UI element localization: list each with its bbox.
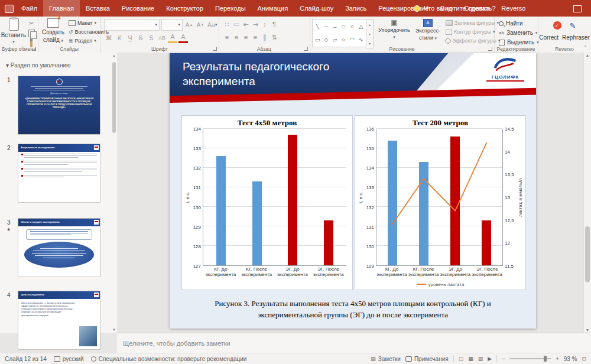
columns-icon[interactable]: ∥ [260,32,269,42]
slide-thumbnail-2[interactable]: Актуальность исследования [18,144,100,203]
replace-button[interactable]: ab Заменить▾ [499,30,539,36]
shape-outline-button[interactable]: Контур фигуры▾ [446,29,501,35]
character-spacing-button[interactable]: АВ [157,33,167,43]
rephraser-label[interactable]: Rephraser [562,34,590,41]
change-case-button[interactable]: Аа▾ [207,20,217,30]
fit-to-window-icon[interactable]: ⊡ [582,356,586,362]
replace-icon: ab [499,30,504,35]
strikethrough-button[interactable]: S [136,33,145,43]
underline-button[interactable]: Ч [125,33,135,43]
align-left-icon[interactable]: ≡ [222,32,232,42]
shrink-font-button[interactable]: А▼ [196,20,205,30]
grow-font-button[interactable]: А▲ [184,20,194,30]
cut-icon[interactable]: ✂ [27,19,36,27]
arrange-button[interactable]: ▣ Упорядочить ▾ [377,19,411,40]
text-shadow-button[interactable]: S [147,33,156,43]
collapse-ribbon-icon[interactable]: ⌃ [583,45,587,50]
panel-scrollbar[interactable]: ▲ ▼ [112,54,116,332]
scroll-up-icon[interactable]: ▲ [112,54,116,57]
align-right-icon[interactable]: ≡ [241,32,251,42]
shapes-gallery-scroll[interactable]: ▴▾▾ [366,19,374,48]
scroll-down-icon[interactable]: ▼ [112,328,116,332]
ribbon-tab-1[interactable]: Главная [43,0,80,17]
app-icon[interactable] [5,5,14,13]
ribbon-tab-5[interactable]: Переходы [209,0,252,17]
group-font: ▾ ▾ А▲ А▼ Аа▾ Ж К Ч S S АВ А А Шрифт [100,17,219,53]
tell-me-search[interactable]: Что вы хотите сделать? [414,0,496,17]
bold-button[interactable]: Ж [104,33,113,43]
zoom-out-icon[interactable]: − [502,356,505,362]
decrease-indent-icon[interactable]: ⇤ [241,20,251,29]
correct-label[interactable]: Correct [539,34,558,41]
editor-scrollbar[interactable]: ▲ ▼ [583,53,591,333]
scrollbar-thumb[interactable] [585,226,590,282]
language-indicator[interactable]: русский [54,356,84,362]
figure-caption[interactable]: Рисунок 3. Результаты выполнения теста 4… [187,298,518,321]
increase-indent-icon[interactable]: ⇥ [251,20,260,29]
slide-thumbnail-4[interactable]: Цель исследования Цель исследования — вы… [18,291,100,350]
secondary-y-tick-label: 13,5 [505,172,514,177]
font-size-combo[interactable]: ▾ [161,19,183,31]
thumbnail-logo-icon [94,292,99,297]
ribbon-tab-2[interactable]: Вставка [80,0,116,17]
zoom-level[interactable]: 93 % [564,356,577,362]
find-button[interactable]: Найти [499,20,539,27]
slide-title[interactable]: Результаты педагогического эксперимента [183,60,378,89]
reverso-correct-icon[interactable]: ✓ [553,21,561,30]
shape-fill-button[interactable]: Заливка фигуры▾ [446,20,501,26]
ribbon-tab-0[interactable]: Файл [15,0,43,17]
chart-test-4x50[interactable]: Тест 4х50 метров t, в с. 127128129130131… [181,115,353,290]
reading-view-icon[interactable]: ▥ [478,356,483,362]
copy-button[interactable] [27,29,36,37]
slide-sorter-view-icon[interactable]: ▦ [468,356,473,362]
font-name-combo[interactable]: ▾ [104,19,160,31]
ribbon-tab-6[interactable]: Анимация [252,0,294,17]
slide-thumbnail-3[interactable]: Объект и предмет исследования [18,218,100,277]
zoom-slider[interactable] [509,358,551,359]
italic-button[interactable]: К [115,33,124,43]
notes-button[interactable]: ▤ Заметки [371,356,401,362]
ribbon-tab-3[interactable]: Рисование [116,0,160,17]
dialog-launcher-icon[interactable] [213,47,217,51]
justify-icon[interactable]: ≡ [251,32,260,42]
highlight-color-button[interactable]: А [168,32,177,43]
select-button[interactable]: Выделить▾ [499,39,539,46]
slide-canvas[interactable]: Результаты педагогического эксперимента … [170,53,536,329]
bullets-icon[interactable]: ∷ [222,20,232,29]
chart-test-200m[interactable]: Тест 200 метров t, в с. 1291301311321331… [355,115,526,290]
ribbon-tab-12[interactable]: Reverso [495,0,531,17]
window-restore-icon[interactable] [573,5,582,12]
reverso-rephraser-icon[interactable]: ✎ [570,21,576,30]
accessibility-checker[interactable]: Специальные возможности: проверьте реком… [91,356,247,362]
shape-effects-button[interactable]: Эффекты фигуры▾ [446,38,501,44]
line-spacing-icon[interactable]: ↕ [260,20,269,29]
paste-button[interactable]: Вставить ▾ [1,18,26,44]
notes-pane[interactable]: Щелкните, чтобы добавить заметки [117,333,591,353]
zoom-slider-thumb[interactable] [544,356,547,362]
scroll-down-icon[interactable]: ▼ [584,328,591,332]
scrollbar-thumb[interactable] [112,62,116,133]
comments-button[interactable]: Примечания [405,356,449,362]
normal-view-icon[interactable]: ▢ [459,356,464,362]
scroll-up-icon[interactable]: ▲ [584,53,591,57]
slide-thumbnail-1[interactable]: Доклад на тему: «ДИНАМИКА ТРЕНИРОВОЧНЫХ … [18,76,100,135]
numbering-icon[interactable]: ≔ [232,20,241,29]
quick-styles-button[interactable]: А Экспресс- стили ▾ [413,19,443,41]
slideshow-icon[interactable]: ▶ [488,356,492,362]
new-slide-button[interactable]: Создать слайд ▾ [40,18,66,43]
ribbon-tab-4[interactable]: Конструктор [160,0,209,17]
dialog-launcher-icon[interactable] [32,47,36,51]
y-tick-label: 130 [193,204,201,210]
text-direction-icon[interactable]: ¶ [269,20,279,29]
dialog-launcher-icon[interactable] [488,47,492,51]
ribbon-tab-8[interactable]: Запись [339,0,372,17]
align-center-icon[interactable]: ≡ [232,32,241,42]
shapes-gallery[interactable]: ╲─→□○△ ▭◇▱☆◠∿ [312,19,366,47]
font-color-button[interactable]: А [178,32,188,43]
dialog-launcher-icon[interactable] [304,47,308,51]
smartart-convert-icon[interactable]: ⇅ [269,32,279,42]
ribbon-tab-7[interactable]: Слайд-шоу [294,0,339,17]
layout-icon [69,20,76,26]
zoom-in-icon[interactable]: + [556,356,558,362]
section-header[interactable]: ▾ Раздел по умолчанию [6,62,71,69]
